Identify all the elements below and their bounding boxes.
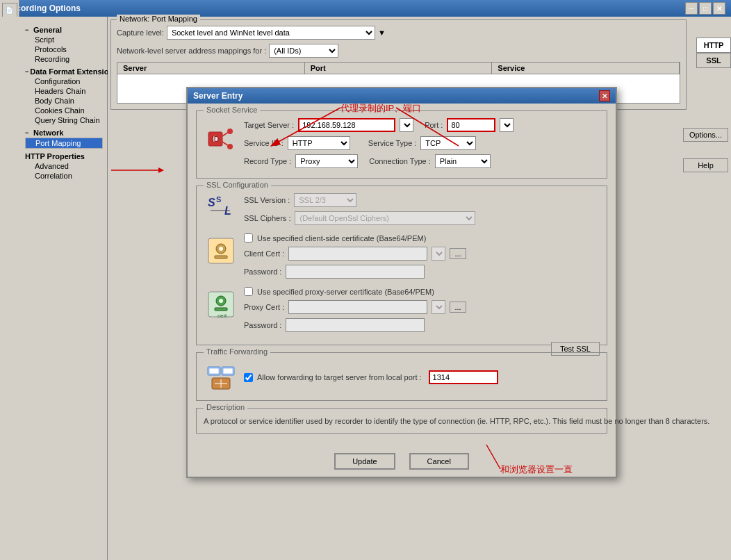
ssl-version-select[interactable]: SSL 2/3 xyxy=(294,193,356,207)
target-server-input[interactable] xyxy=(298,118,395,132)
modal-overlay: Server Entry ✕ Socket Service ID xyxy=(0,0,731,560)
client-cert-browse-btn[interactable]: ▼ xyxy=(432,247,445,261)
service-type-label: Service Type : xyxy=(368,139,417,147)
proxy-password-input[interactable] xyxy=(286,318,425,332)
svg-rect-21 xyxy=(209,368,219,374)
ssl-config-section: SSL Configuration S S L xyxy=(196,186,607,345)
client-cert-checkbox[interactable] xyxy=(244,233,253,242)
connection-type-label: Connection Type : xyxy=(369,157,430,165)
description-label: Description xyxy=(204,403,247,411)
port-label: Port : xyxy=(425,121,443,129)
record-type-label: Record Type : xyxy=(244,157,291,165)
client-cert-checkbox-label: Use specified client-side certificate (B… xyxy=(257,234,426,242)
svg-point-5 xyxy=(227,129,233,134)
proxy-cert-checkbox-row: Use specified proxy-server certificate (… xyxy=(244,287,600,296)
modal-title: Server Entry xyxy=(193,91,243,101)
ssl-ciphers-label: SSL Ciphers : xyxy=(244,214,290,222)
ssl-fields: SSL Version : SSL 2/3 SSL Ciphers : (Def… xyxy=(244,193,600,229)
client-cert-input[interactable] xyxy=(288,247,427,261)
proxy-password-row: Password : xyxy=(244,318,600,332)
service-type-select[interactable]: TCP UDP xyxy=(420,136,476,150)
proxy-cert-checkbox[interactable] xyxy=(244,287,253,296)
proxy-cert-input[interactable] xyxy=(288,300,427,314)
target-server-label: Target Server : xyxy=(244,121,294,129)
traffic-forwarding-label: Traffic Forwarding xyxy=(204,347,270,356)
proxy-cert-label: Proxy Cert : xyxy=(244,303,284,311)
svg-point-6 xyxy=(227,144,233,149)
svg-text:S: S xyxy=(216,195,221,204)
port-dropdown[interactable]: ▼ xyxy=(500,118,514,132)
proxy-cert-row: Proxy Cert : ▼ ... xyxy=(244,300,600,314)
record-type-select[interactable]: Proxy Direct xyxy=(295,154,358,168)
client-cert-row: Client Cert : ▼ ... xyxy=(244,247,600,261)
modal-close-button[interactable]: ✕ xyxy=(599,90,610,101)
socket-fields: Target Server : ▼ Port : ▼ xyxy=(244,118,600,172)
proxy-cert-fields: Use specified proxy-server certificate (… xyxy=(244,287,600,336)
modal-body: Socket Service ID xyxy=(188,104,616,447)
description-section: Description A protocol or service identi… xyxy=(196,408,607,434)
traffic-forwarding-section: Traffic Forwarding xyxy=(196,352,607,401)
client-password-label: Password : xyxy=(244,267,281,276)
description-text: A protocol or service identifier used by… xyxy=(204,415,600,427)
service-id-label: Service ID : xyxy=(244,139,284,147)
socket-service-label: Socket Service xyxy=(204,106,260,114)
forwarding-row: Allow forwarding to target server from l… xyxy=(244,370,600,384)
client-cert-fields: Use specified client-side certificate (B… xyxy=(244,233,600,283)
ssl-icon: S S L xyxy=(204,193,238,228)
svg-point-18 xyxy=(219,299,223,303)
proxy-cert-checkbox-label: Use specified proxy-server certificate (… xyxy=(257,288,434,296)
socket-service-section: Socket Service ID xyxy=(196,110,607,179)
svg-text:S: S xyxy=(208,197,215,208)
client-password-input[interactable] xyxy=(286,265,425,279)
modal-title-bar: Server Entry ✕ xyxy=(188,88,616,104)
forwarding-label: Allow forwarding to target server from l… xyxy=(257,373,422,381)
svg-rect-13 xyxy=(215,256,227,258)
ssl-ciphers-select[interactable]: (Default OpenSsl Ciphers) xyxy=(295,211,475,225)
client-cert-checkbox-row: Use specified client-side certificate (B… xyxy=(244,233,600,242)
ssl-config-label: SSL Configuration xyxy=(204,181,271,189)
server-entry-dialog: Server Entry ✕ Socket Service ID xyxy=(186,87,617,478)
connection-type-select[interactable]: Plain SSL xyxy=(435,154,491,168)
client-password-row: Password : xyxy=(244,265,600,279)
svg-text:ID: ID xyxy=(212,135,219,143)
service-id-select[interactable]: HTTP HTTPS FTP xyxy=(288,136,350,150)
socket-icon: ID xyxy=(204,118,238,153)
proxy-password-label: Password : xyxy=(244,321,281,329)
target-server-dropdown[interactable]: ▼ xyxy=(400,118,413,132)
ssl-ciphers-row: SSL Ciphers : (Default OpenSsl Ciphers) xyxy=(244,211,600,225)
forwarding-port-input[interactable] xyxy=(429,370,498,384)
ssl-version-label: SSL Version : xyxy=(244,196,290,204)
port-input[interactable] xyxy=(447,118,495,132)
service-id-row: Service ID : HTTP HTTPS FTP Service Type… xyxy=(244,136,600,150)
target-server-row: Target Server : ▼ Port : ▼ xyxy=(244,118,600,132)
update-button[interactable]: Update xyxy=(334,453,395,470)
svg-text:cert: cert xyxy=(217,313,227,319)
ssl-version-row: SSL Version : SSL 2/3 xyxy=(244,193,600,207)
client-cert-browse-button[interactable]: ... xyxy=(450,248,466,259)
svg-point-14 xyxy=(219,247,223,251)
forwarding-checkbox[interactable] xyxy=(244,373,253,382)
client-cert-icon xyxy=(204,233,238,268)
forward-icon xyxy=(204,360,238,395)
svg-rect-17 xyxy=(215,308,227,311)
record-type-row: Record Type : Proxy Direct Connection Ty… xyxy=(244,154,600,168)
cancel-button[interactable]: Cancel xyxy=(409,453,469,470)
svg-rect-23 xyxy=(223,368,233,374)
client-cert-label: Client Cert : xyxy=(244,249,284,258)
modal-footer: Update Cancel xyxy=(188,447,616,477)
proxy-cert-icon: cert xyxy=(204,287,238,322)
proxy-cert-browse-button[interactable]: ... xyxy=(450,302,466,313)
proxy-cert-dropdown[interactable]: ▼ xyxy=(432,300,445,314)
